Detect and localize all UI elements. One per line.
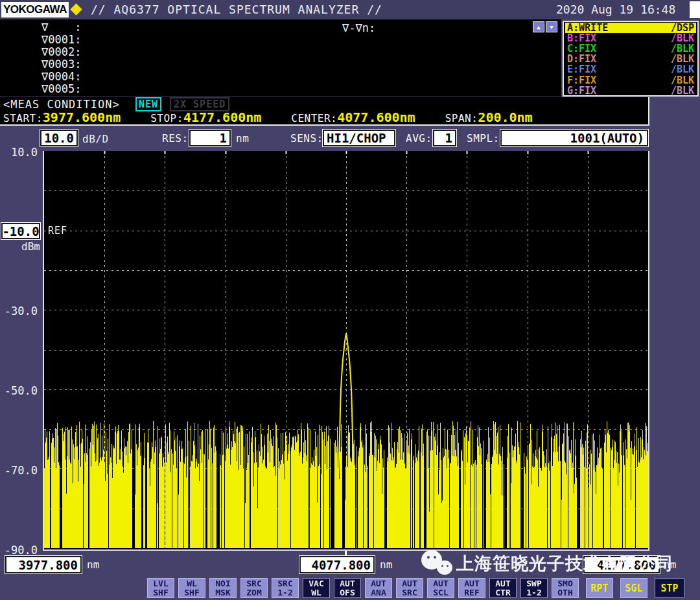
trace-mode: /BLK (671, 75, 694, 86)
datetime-display: 2020 Aug 19 16:48 (556, 3, 675, 16)
osa-screen: { "top_bar": { "brand": "YOKOGAWA", "tit… (0, 0, 700, 600)
softkey-aut-scl[interactable]: AUTSCL (427, 578, 454, 598)
y-axis-label-top: 10.0 (0, 146, 38, 159)
average-field[interactable]: 1 (433, 130, 456, 146)
softkey-aut-ctr[interactable]: AUTCTR (489, 578, 517, 598)
softkey-line: SHF (184, 588, 199, 597)
softkey-toolbar: LVLSHFWLSHFNOIMSKSRCZOMSRC1-2VACWLAUTOFS… (147, 578, 579, 598)
stop-wavelength-unit: nm (664, 559, 676, 571)
marker-panel: ∇ :∇0001:∇0002:∇0003:∇0004:∇0005: ∇-∇n: … (0, 19, 561, 97)
softkey-line: SMO (557, 579, 572, 588)
marker-row: ∇0004: (41, 70, 81, 83)
rpt-button[interactable]: RPT (586, 578, 613, 598)
trace-row-e[interactable]: E:FIX/BLK (565, 64, 696, 75)
softkey-swp-1-2[interactable]: SWP1-2 (520, 578, 548, 598)
sampling-field[interactable]: 1001(AUTO) (500, 130, 648, 146)
softkey-line: LVL (153, 579, 168, 588)
softkey-noi-msk[interactable]: NOIMSK (209, 578, 237, 598)
marker-row: ∇0003: (41, 58, 81, 71)
sens-label: SENS: (290, 132, 323, 144)
trace-name: B:FIX (567, 33, 596, 43)
meas-field-start: START:3977.600nm (3, 110, 121, 125)
center-wavelength-tick (345, 551, 347, 556)
softkey-line: SRC (277, 579, 292, 588)
trace-row-c[interactable]: C:FIX/BLK (565, 43, 696, 54)
softkey-line: WL (187, 579, 197, 588)
trace-mode: /BLK (671, 43, 694, 54)
ref-level-field[interactable]: -10.0 (1, 223, 40, 239)
wechat-icon (421, 548, 454, 580)
trace-row-d[interactable]: D:FIX/BLK (565, 54, 696, 64)
center-wavelength-field[interactable]: 4077.800 (299, 556, 375, 573)
meas-field-span: SPAN: 200.0nm (445, 110, 533, 125)
trace-name: C:FIX (567, 43, 596, 54)
marker-row: ∇0005: (41, 82, 81, 95)
softkey-aut-src[interactable]: AUTSRC (396, 578, 423, 598)
res-unit: nm (236, 132, 249, 144)
softkey-line: 1-2 (277, 588, 292, 597)
sgl-button[interactable]: SGL (620, 578, 648, 598)
trace-name: F:FIX (567, 75, 596, 86)
softkey-line: ZOM (246, 588, 261, 597)
softkey-aut-ofs[interactable]: AUTOFS (334, 578, 361, 598)
y-axis-label: -90.0 (0, 544, 38, 557)
sensitivity-field[interactable]: HI1/CHOP (323, 130, 395, 146)
softkey-lvl-shf[interactable]: LVLSHF (147, 578, 174, 598)
spectrum-trace-canvas (44, 151, 648, 548)
top-bar: YOKOGAWA // AQ6377 OPTICAL SPECTRUM ANAL… (0, 0, 700, 19)
start-wavelength-unit: nm (87, 559, 99, 571)
softkey-line: NOI (215, 579, 230, 588)
start-wavelength-field[interactable]: 3977.800 (5, 556, 82, 573)
softkey-line: AUT (433, 579, 448, 588)
softkey-smo-oth[interactable]: SMOOTH (552, 578, 579, 598)
meas-field-center: CENTER:4077.600nm (291, 110, 415, 125)
softkey-line: OTH (557, 588, 572, 597)
softkey-aut-ana[interactable]: AUTANA (365, 578, 392, 598)
meas-field-label: STOP: (150, 112, 183, 124)
softkey-line: SCL (433, 588, 448, 597)
avg-label: AVG: (406, 132, 432, 144)
marker-row: ∇0002: (41, 45, 81, 58)
trace-row-a[interactable]: A:WRITE/DSP (565, 23, 696, 33)
softkey-aut-ref[interactable]: AUTREF (458, 578, 485, 598)
softkey-line: AUT (371, 579, 386, 588)
center-wavelength-unit: nm (380, 559, 392, 571)
stop-wavelength-field[interactable]: 4177.800 (583, 556, 660, 573)
topbar-endcap (690, 1, 700, 18)
softkey-src-zom[interactable]: SRCZOM (240, 578, 268, 598)
resolution-field[interactable]: 1 (189, 130, 231, 146)
meas-field-label: START: (3, 112, 43, 124)
meas-field-value: 4077.600nm (337, 110, 415, 125)
ref-line-label: REF (48, 225, 67, 237)
softkey-line: CTR (495, 588, 510, 597)
softkey-line: AUT (464, 579, 479, 588)
yokogawa-logo: YOKOGAWA (1, 2, 69, 17)
instrument-title: // AQ6377 OPTICAL SPECTRUM ANALYZER // (91, 3, 382, 16)
trace-legend-panel: A:WRITE/DSPB:FIX/BLKC:FIX/BLKD:FIX/BLKE:… (563, 21, 699, 97)
softkey-line: SHF (153, 588, 168, 597)
softkey-src-1-2[interactable]: SRC1-2 (272, 578, 299, 598)
softkey-line: MSK (215, 588, 230, 597)
trace-name: D:FIX (567, 54, 596, 64)
trace-row-b[interactable]: B:FIX/BLK (565, 33, 696, 43)
level-scale-field[interactable]: 10.0 (40, 130, 78, 146)
y-axis-unit: dBm (1, 240, 40, 253)
scroll-up-button[interactable]: ▲ (533, 21, 544, 32)
trace-mode: /BLK (671, 86, 694, 96)
meas-field-value: 200.0nm (478, 110, 532, 125)
y-axis-label: -30.0 (0, 305, 38, 317)
trace-mode: /BLK (671, 54, 694, 64)
scroll-down-button[interactable]: ▼ (546, 21, 557, 32)
trace-row-f[interactable]: F:FIX/BLK (565, 75, 696, 85)
trace-row-g[interactable]: G:FIX/BLK (565, 86, 696, 96)
meas-condition-bar: <MEAS CONDITION> NEW 2X SPEED START:3977… (0, 97, 649, 126)
softkey-line: AUT (340, 579, 355, 588)
smpl-label: SMPL: (467, 132, 500, 144)
stp-button[interactable]: STP (655, 578, 684, 598)
marker-row: ∇0001: (41, 33, 81, 46)
spectrum-plot-area[interactable]: REF (43, 151, 649, 551)
meas-field-value: 4177.600nm (183, 110, 261, 125)
softkey-wl-shf[interactable]: WLSHF (178, 578, 205, 598)
softkey-line: SRC (402, 588, 417, 597)
softkey-vac-wl[interactable]: VACWL (303, 578, 330, 598)
